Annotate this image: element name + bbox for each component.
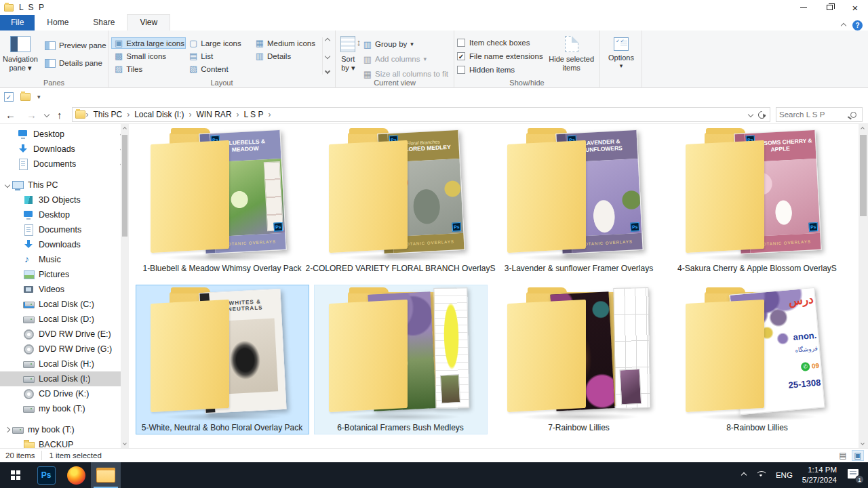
taskbar-photoshop-button[interactable]: Ps: [31, 462, 61, 488]
sidebar-item-music[interactable]: Music: [0, 252, 129, 267]
hidden-items-checkbox[interactable]: [457, 66, 465, 74]
scrollbar-thumb[interactable]: [122, 135, 127, 237]
file-name-extensions-option[interactable]: File name extensions: [457, 49, 543, 63]
view-option-medium-icons[interactable]: ▦Medium icons: [252, 37, 321, 49]
details-pane-button[interactable]: Details pane: [42, 56, 109, 70]
taskbar-clock[interactable]: 1:14 PM 5/27/2024: [802, 465, 837, 485]
language-indicator[interactable]: ENG: [776, 471, 793, 479]
layout-scroll-up-icon[interactable]: [325, 38, 330, 43]
item-check-boxes-checkbox[interactable]: [457, 39, 465, 47]
view-option-large-icons[interactable]: ▢Large icons: [186, 37, 252, 49]
qat-new-folder-icon[interactable]: [20, 93, 31, 101]
folder-tile-8[interactable]: درس anon. فروشگاه ✆09 25-1308 8-Rainbow …: [671, 285, 844, 434]
sort-by-button[interactable]: Sort by ▾: [338, 35, 358, 81]
search-input[interactable]: [776, 110, 850, 119]
taskbar-firefox-button[interactable]: [61, 462, 91, 488]
tab-view[interactable]: View: [127, 14, 170, 30]
breadcrumb-lsp[interactable]: L S P: [240, 110, 268, 119]
sidebar-item-local-disk-i[interactable]: Local Disk (I:): [0, 371, 129, 386]
group-by-button[interactable]: ▥Group by▾: [361, 37, 451, 51]
view-option-tiles[interactable]: ▨Tiles: [111, 63, 186, 75]
folder-tile-4[interactable]: BLOSSOMS CHERRY & APPLE BLOSSOMS CHERRY …: [671, 125, 844, 275]
tab-home[interactable]: Home: [35, 15, 81, 30]
sidebar-item-dvd-drive-g[interactable]: DVD RW Drive (G:): [0, 342, 129, 357]
view-option-extra-large-icons[interactable]: ▣Extra large icons: [111, 37, 186, 49]
options-button[interactable]: Options ▾: [603, 35, 639, 69]
folder-tile-2[interactable]: COLORED MEDLEY Floral BranchesCOLORED ME…: [314, 125, 488, 275]
folder-tile-6[interactable]: 6-Botanical Framers Bush Medleys: [314, 285, 488, 434]
sidebar-item-local-disk-d[interactable]: Local Disk (D:): [0, 312, 129, 327]
tab-file[interactable]: File: [0, 15, 35, 30]
sidebar-item-my-book-t-child[interactable]: my book (T:): [0, 401, 129, 416]
folder-tile-5-selected[interactable]: WHITES & NEUTRALS WHITES & NEUTRALS 5-Wh…: [136, 285, 309, 434]
hide-selected-items-button[interactable]: Hide selected items: [549, 35, 595, 77]
minimize-ribbon-icon[interactable]: [841, 22, 846, 28]
recent-locations-icon[interactable]: [44, 112, 50, 117]
preview-pane-button[interactable]: Preview pane: [42, 39, 109, 52]
restore-button[interactable]: [816, 0, 842, 15]
sidebar-item-pictures[interactable]: Pictures: [0, 267, 129, 282]
sidebar-item-downloads-quick[interactable]: Downloads: [0, 142, 129, 157]
address-box[interactable]: ›This PC ›Local Disk (I:) ›WIN RAR ›L S …: [72, 107, 771, 122]
hidden-icons-chevron[interactable]: [741, 472, 747, 478]
scroll-down-icon[interactable]: [861, 441, 865, 445]
sidebar-item-backup[interactable]: BACKUP: [0, 437, 129, 448]
tab-share[interactable]: Share: [81, 15, 127, 30]
forward-icon[interactable]: →: [21, 109, 42, 121]
sidebar-item-local-disk-h[interactable]: Local Disk (H:): [0, 357, 129, 371]
taskbar-file-explorer-button[interactable]: [91, 462, 121, 488]
navigation-scrollbar[interactable]: [121, 124, 129, 448]
search-box[interactable]: [776, 107, 863, 122]
view-option-small-icons[interactable]: ▩Small icons: [111, 50, 186, 62]
wifi-icon[interactable]: [755, 471, 766, 479]
up-icon[interactable]: ↑: [52, 109, 68, 121]
scroll-down-icon[interactable]: [123, 441, 127, 445]
address-dropdown-icon[interactable]: [748, 112, 753, 117]
back-icon[interactable]: ←: [0, 109, 21, 121]
view-option-details[interactable]: ▥Details: [252, 50, 321, 62]
sidebar-item-3d-objects[interactable]: 3D Objects: [0, 192, 129, 207]
view-option-list[interactable]: ▤List: [186, 50, 252, 62]
folder-tile-3[interactable]: LAVENDER & SUNFLOWERS LAVENDER & SUNFLOW…: [492, 125, 666, 275]
layout-more-icon[interactable]: [325, 68, 330, 74]
close-button[interactable]: ×: [842, 0, 868, 15]
qat-properties-icon[interactable]: ✓: [4, 92, 14, 102]
refresh-icon[interactable]: [757, 109, 768, 120]
scroll-up-icon[interactable]: [861, 127, 865, 131]
navigation-pane-button[interactable]: Navigation pane ▾: [3, 35, 38, 72]
breadcrumb-this-pc[interactable]: This PC: [90, 110, 127, 119]
layout-scroll-strip[interactable]: [322, 37, 332, 75]
scroll-up-icon[interactable]: [123, 127, 127, 131]
help-icon[interactable]: ?: [852, 20, 863, 30]
hidden-items-option[interactable]: Hidden items: [457, 63, 543, 77]
sidebar-item-desktop-quick[interactable]: Desktop: [0, 127, 129, 142]
sidebar-item-my-book-t[interactable]: my book (T:): [0, 422, 129, 437]
breadcrumb-win-rar[interactable]: WIN RAR: [193, 110, 236, 119]
sidebar-item-dvd-drive-e[interactable]: DVD RW Drive (E:): [0, 327, 129, 342]
file-name-extensions-checkbox[interactable]: [457, 52, 465, 60]
sidebar-item-videos[interactable]: Videos: [0, 282, 129, 297]
sidebar-item-downloads[interactable]: Downloads: [0, 237, 129, 252]
add-columns-button[interactable]: ▥Add columns▾: [361, 52, 451, 66]
content-scrollbar[interactable]: [859, 124, 868, 448]
sidebar-item-cd-drive-k[interactable]: CD Drive (K:): [0, 386, 129, 401]
sidebar-item-this-pc[interactable]: This PC: [0, 178, 129, 192]
scrollbar-thumb[interactable]: [860, 135, 867, 216]
minimize-button[interactable]: [791, 0, 816, 15]
view-option-content[interactable]: ▧Content: [186, 63, 252, 75]
breadcrumb-local-disk-i[interactable]: Local Disk (I:): [130, 110, 188, 119]
expander-icon[interactable]: [5, 427, 10, 432]
thumbnail-view-toggle-icon[interactable]: ▣: [852, 450, 864, 461]
details-view-toggle-icon[interactable]: ▤: [837, 450, 849, 461]
sidebar-item-desktop[interactable]: Desktop: [0, 207, 129, 222]
start-button[interactable]: [0, 462, 31, 488]
item-check-boxes-option[interactable]: Item check boxes: [457, 36, 543, 49]
search-icon[interactable]: [850, 112, 856, 118]
action-center-icon[interactable]: 1: [846, 468, 861, 482]
sidebar-item-local-disk-c[interactable]: Local Disk (C:): [0, 297, 129, 312]
qat-customize-icon[interactable]: ▾: [37, 94, 41, 100]
folder-tile-7[interactable]: 7-Rainbow Lillies: [492, 285, 666, 434]
folder-tile-1[interactable]: BLUEBELLS & MEADOW BLUEBELLS & MEADOW BO…: [136, 125, 309, 275]
layout-scroll-down-icon[interactable]: [325, 53, 330, 58]
expander-icon[interactable]: [5, 182, 10, 188]
